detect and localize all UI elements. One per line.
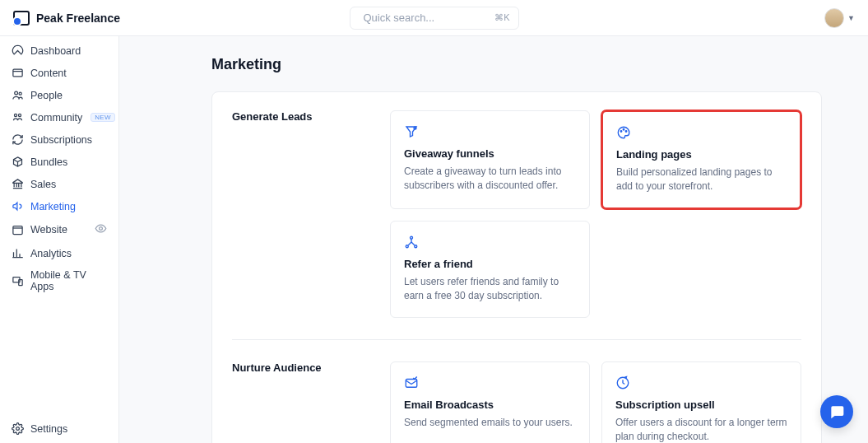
sidebar-item-marketing[interactable]: Marketing [0, 195, 118, 217]
svg-point-7 [100, 227, 103, 231]
users-icon [12, 89, 24, 101]
page-title: Marketing [211, 56, 822, 73]
sidebar-item-people[interactable]: People [0, 84, 118, 106]
card-desc: Build personalized landing pages to add … [616, 166, 787, 194]
sidebar-item-content[interactable]: Content [0, 62, 118, 84]
card-email-broadcasts[interactable]: Email Broadcasts Send segmented emails t… [390, 361, 590, 443]
sidebar-item-settings[interactable]: Settings [0, 417, 118, 440]
svg-point-5 [18, 114, 21, 116]
refresh-icon [12, 133, 24, 146]
card-landing-pages[interactable]: Landing pages Build personalized landing… [601, 110, 801, 209]
svg-point-17 [415, 245, 417, 248]
sidebar-item-subscriptions[interactable]: Subscriptions [0, 128, 118, 151]
card-refer-friend[interactable]: Refer a friend Let users refer friends a… [390, 221, 590, 318]
card-subscription-upsell[interactable]: Subscription upsell Offer users a discou… [601, 361, 801, 443]
new-badge: NEW [91, 113, 115, 122]
gauge-icon [12, 44, 24, 57]
sidebar-item-label: Marketing [30, 201, 76, 212]
search-shortcut: ⌘K [494, 12, 509, 23]
sidebar-item-label: People [30, 90, 63, 101]
card-desc: Offer users a discount for a longer term… [615, 416, 787, 443]
card-desc: Let users refer friends and family to ea… [404, 275, 576, 304]
sidebar-item-label: Settings [30, 423, 67, 435]
section-generate-leads: Generate Leads Giveaway funnels Create a… [232, 110, 801, 339]
sidebar-item-mobile-tv[interactable]: Mobile & TV Apps [0, 264, 118, 297]
svg-point-16 [406, 245, 408, 248]
svg-rect-6 [13, 226, 22, 234]
svg-point-3 [19, 92, 21, 95]
search-placeholder: Quick search... [364, 12, 435, 24]
svg-point-15 [411, 236, 413, 239]
svg-point-10 [16, 427, 20, 431]
sidebar-item-analytics[interactable]: Analytics [0, 242, 118, 264]
sidebar-item-website[interactable]: Website [0, 217, 118, 242]
folder-icon [12, 67, 24, 79]
svg-rect-18 [406, 379, 417, 387]
sidebar-item-label: Bundles [30, 156, 67, 168]
devices-icon [12, 275, 24, 287]
sidebar-item-label: Sales [30, 179, 56, 190]
package-icon [12, 156, 24, 168]
sidebar-item-label: Analytics [30, 248, 72, 259]
bank-icon [12, 178, 24, 190]
card-giveaway-funnels[interactable]: Giveaway funnels Create a giveaway to tu… [390, 110, 590, 209]
community-icon [12, 111, 24, 124]
eye-icon [95, 222, 107, 237]
sidebar-item-label: Website [30, 224, 67, 235]
sidebar-item-dashboard[interactable]: Dashboard [0, 40, 118, 62]
card-title: Subscription upsell [615, 399, 787, 411]
card-title: Giveaway funnels [404, 147, 576, 160]
share-icon [404, 235, 419, 249]
card-desc: Send segmented emails to your users. [404, 416, 576, 430]
topbar: Peak Freelance Quick search... ⌘K ▼ [0, 0, 868, 36]
palette-icon [616, 125, 631, 140]
sidebar-item-label: Subscriptions [30, 134, 92, 146]
sidebar-item-bundles[interactable]: Bundles [0, 151, 118, 173]
brand-name: Peak Freelance [36, 12, 120, 25]
main-content: Marketing Generate Leads Giveaway funnel… [119, 36, 868, 443]
svg-point-12 [620, 131, 622, 133]
user-menu[interactable]: ▼ [824, 8, 855, 28]
sidebar-item-community[interactable]: Community NEW [0, 106, 118, 128]
svg-point-2 [15, 91, 18, 95]
clock-arrow-icon [615, 375, 630, 390]
card-title: Landing pages [616, 148, 787, 161]
card-title: Email Broadcasts [404, 399, 576, 411]
panel: Generate Leads Giveaway funnels Create a… [211, 91, 822, 443]
section-title: Nurture Audience [232, 361, 370, 443]
mail-icon [404, 375, 419, 390]
card-title: Refer a friend [404, 258, 576, 270]
brand-logo-icon [13, 11, 30, 26]
sidebar: Dashboard Content People Community NEW S… [0, 36, 119, 443]
svg-point-13 [623, 129, 624, 131]
browser-icon [12, 224, 24, 236]
sidebar-item-label: Mobile & TV Apps [30, 269, 107, 292]
megaphone-icon [12, 200, 24, 212]
chart-icon [12, 247, 24, 259]
gear-icon [12, 422, 24, 435]
sidebar-item-sales[interactable]: Sales [0, 173, 118, 195]
card-desc: Create a giveaway to turn leads into sub… [404, 165, 576, 194]
search-input[interactable]: Quick search... ⌘K [350, 7, 519, 30]
brand[interactable]: Peak Freelance [13, 11, 120, 26]
chat-widget[interactable] [820, 395, 853, 428]
svg-point-14 [625, 131, 627, 133]
section-title: Generate Leads [232, 110, 370, 318]
chevron-down-icon: ▼ [847, 14, 855, 22]
funnel-icon [404, 124, 419, 139]
svg-rect-1 [13, 69, 22, 77]
svg-point-4 [14, 114, 16, 116]
section-nurture-audience: Nurture Audience Email Broadcasts Send s… [232, 339, 801, 443]
sidebar-item-label: Dashboard [30, 45, 81, 57]
sidebar-item-label: Community [30, 112, 82, 124]
sidebar-item-label: Content [30, 68, 67, 79]
avatar [824, 8, 844, 28]
